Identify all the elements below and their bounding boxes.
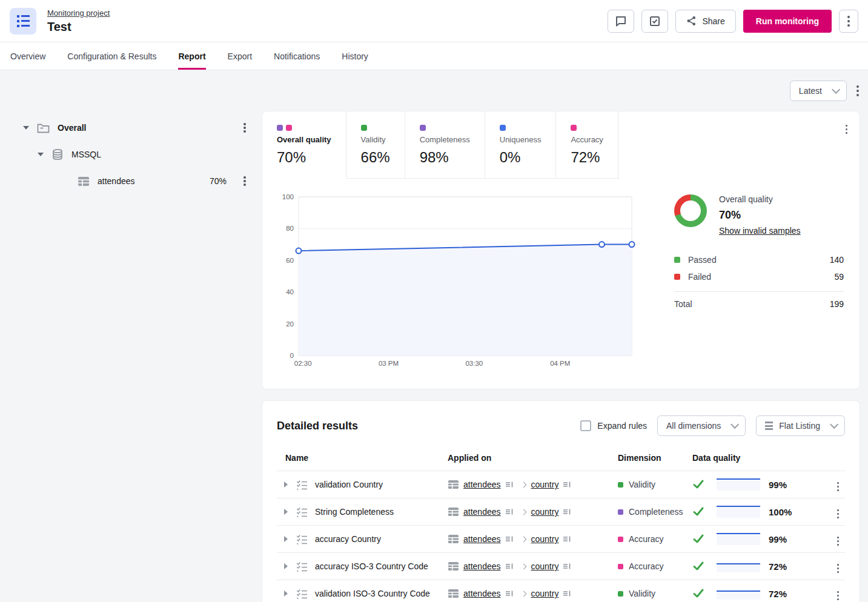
profile-icon[interactable] bbox=[563, 589, 571, 598]
applied-column-link[interactable]: country bbox=[531, 589, 559, 598]
total-label: Total bbox=[674, 299, 692, 309]
listing-mode-select[interactable]: Flat Listing bbox=[756, 415, 845, 436]
profile-icon[interactable] bbox=[563, 562, 571, 571]
profile-icon[interactable] bbox=[563, 535, 571, 543]
tab-history[interactable]: History bbox=[342, 42, 368, 70]
tree-item-attendees[interactable]: attendees 70% bbox=[10, 168, 262, 194]
applied-table-link[interactable]: attendees bbox=[463, 507, 501, 517]
profile-icon[interactable] bbox=[563, 480, 571, 489]
legend-failed: Failed 59 bbox=[674, 268, 844, 285]
legend-passed: Passed 140 bbox=[674, 251, 844, 268]
quality-percent: 99% bbox=[769, 480, 795, 490]
profile-icon[interactable] bbox=[563, 508, 571, 516]
share-button[interactable]: Share bbox=[675, 10, 735, 33]
dimension-dot bbox=[571, 125, 577, 131]
profile-icon[interactable] bbox=[505, 535, 514, 543]
metric-value: 66% bbox=[361, 149, 390, 166]
caret-down-icon[interactable] bbox=[23, 126, 29, 130]
tree-overall-kebab-button[interactable] bbox=[237, 127, 252, 129]
metric-label: Overall quality bbox=[277, 135, 331, 144]
comments-button[interactable] bbox=[608, 10, 634, 33]
failed-value: 59 bbox=[834, 272, 844, 282]
tree-item-label: attendees bbox=[98, 176, 135, 186]
dimension-dot bbox=[618, 509, 623, 515]
quality-sparkline bbox=[717, 478, 760, 491]
expand-row-caret[interactable] bbox=[284, 481, 288, 488]
tab-report[interactable]: Report bbox=[178, 42, 205, 70]
rule-checklist-icon bbox=[296, 589, 308, 599]
expand-rules-checkbox[interactable] bbox=[580, 420, 591, 431]
tab-configuration-results[interactable]: Configuration & Results bbox=[67, 42, 156, 70]
quality-percent: 100% bbox=[769, 507, 795, 517]
tree-item-mssql[interactable]: MSSQL bbox=[10, 141, 262, 168]
applied-table-link[interactable]: attendees bbox=[463, 589, 501, 598]
metric-label: Accuracy bbox=[571, 135, 603, 144]
applied-table-link[interactable]: attendees bbox=[463, 561, 501, 571]
table-icon bbox=[448, 507, 459, 517]
rule-name: accuracy ISO-3 Country Code bbox=[315, 561, 428, 571]
breadcrumb[interactable]: Monitoring project bbox=[47, 8, 110, 18]
tab-notifications[interactable]: Notifications bbox=[274, 42, 320, 70]
profile-icon[interactable] bbox=[505, 589, 514, 598]
dimension-dot bbox=[618, 564, 623, 569]
tab-export[interactable]: Export bbox=[228, 42, 252, 70]
quality-trend-chart: 02040608010002:3003 PM03:3004 PM bbox=[273, 190, 637, 373]
svg-text:02:30: 02:30 bbox=[294, 360, 312, 367]
metric-tab-uniqueness[interactable]: Uniqueness 0% bbox=[485, 111, 557, 179]
passed-check-icon bbox=[692, 506, 704, 518]
table-icon bbox=[78, 176, 90, 187]
metric-tab-accuracy[interactable]: Accuracy 72% bbox=[556, 111, 618, 179]
applied-column-link[interactable]: country bbox=[531, 507, 559, 517]
legend-total: Total 199 bbox=[674, 299, 844, 309]
applied-table-link[interactable]: attendees bbox=[463, 534, 501, 544]
expand-row-caret[interactable] bbox=[284, 536, 288, 542]
row-kebab-button[interactable] bbox=[837, 507, 840, 517]
version-select[interactable]: Latest bbox=[790, 81, 847, 101]
chevron-down-icon bbox=[830, 420, 838, 429]
metric-label: Uniqueness bbox=[500, 135, 542, 144]
expand-row-caret[interactable] bbox=[284, 509, 288, 515]
applied-column-link[interactable]: country bbox=[531, 480, 559, 489]
profile-icon[interactable] bbox=[505, 562, 514, 571]
profile-icon[interactable] bbox=[505, 508, 514, 516]
dimension-dot bbox=[286, 125, 292, 131]
version-select-value: Latest bbox=[799, 86, 822, 96]
row-kebab-button[interactable] bbox=[837, 480, 840, 489]
applied-table-link[interactable]: attendees bbox=[463, 480, 501, 489]
header-kebab-button[interactable] bbox=[839, 10, 858, 33]
report-panel-kebab-button[interactable] bbox=[846, 122, 848, 132]
dimension-dot bbox=[618, 591, 623, 597]
metric-tab-validity[interactable]: Validity 66% bbox=[346, 111, 405, 179]
row-kebab-button[interactable] bbox=[837, 561, 840, 571]
profile-icon[interactable] bbox=[505, 480, 514, 489]
metric-tab-completeness[interactable]: Completeness 98% bbox=[405, 111, 485, 179]
listing-mode-value: Flat Listing bbox=[779, 421, 820, 431]
metric-tab-overall-quality[interactable]: Overall quality 70% bbox=[262, 111, 346, 179]
tree-attendees-kebab-button[interactable] bbox=[237, 180, 252, 182]
tree-item-overall[interactable]: Overall bbox=[10, 114, 262, 141]
tab-overview[interactable]: Overview bbox=[10, 42, 45, 70]
chevron-right-icon bbox=[520, 536, 526, 542]
project-type-icon bbox=[10, 8, 36, 35]
metric-value: 72% bbox=[571, 149, 603, 166]
row-kebab-button[interactable] bbox=[837, 534, 840, 544]
run-monitoring-button[interactable]: Run monitoring bbox=[743, 10, 832, 33]
dimension-dot bbox=[618, 482, 623, 488]
show-invalid-samples-link[interactable]: Show invalid samples bbox=[719, 226, 801, 236]
applied-column-link[interactable]: country bbox=[531, 561, 559, 571]
quality-sparkline bbox=[717, 560, 760, 572]
dimension-filter-select[interactable]: All dimensions bbox=[657, 415, 746, 436]
svg-text:80: 80 bbox=[286, 225, 294, 232]
metric-value: 98% bbox=[420, 149, 470, 166]
applied-column-link[interactable]: country bbox=[531, 534, 559, 544]
row-kebab-button[interactable] bbox=[837, 589, 840, 598]
rule-checklist-icon bbox=[296, 561, 308, 572]
tasks-button[interactable] bbox=[641, 10, 668, 33]
expand-row-caret[interactable] bbox=[284, 563, 288, 569]
passed-check-icon bbox=[692, 478, 704, 491]
passed-label: Passed bbox=[688, 255, 717, 265]
caret-down-icon[interactable] bbox=[38, 153, 44, 156]
version-kebab-button[interactable] bbox=[856, 90, 859, 92]
expand-row-caret[interactable] bbox=[284, 590, 288, 597]
chevron-right-icon bbox=[520, 563, 526, 569]
